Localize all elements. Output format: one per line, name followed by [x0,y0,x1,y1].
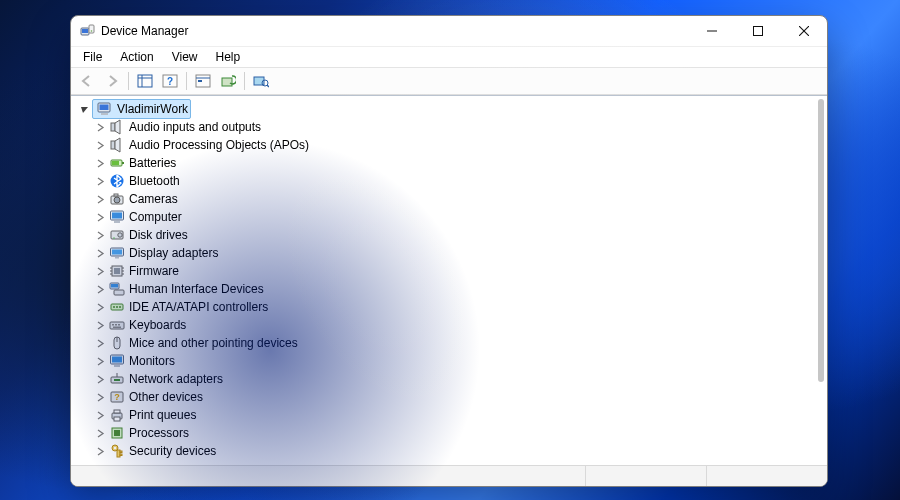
chevron-right-icon[interactable] [93,354,107,368]
forward-button [100,69,124,93]
scrollbar-thumb[interactable] [818,99,824,382]
status-cell [585,466,706,486]
chevron-right-icon[interactable] [93,282,107,296]
chevron-right-icon[interactable] [93,426,107,440]
tree-node[interactable]: Disk drives [75,226,827,244]
tree-node[interactable]: Print queues [75,406,827,424]
svg-point-55 [119,306,121,308]
chevron-right-icon[interactable] [93,390,107,404]
chevron-right-icon[interactable] [93,336,107,350]
svg-rect-1 [82,29,88,33]
svg-point-30 [114,197,120,203]
svg-rect-31 [114,194,118,196]
svg-rect-34 [114,221,120,223]
bluetooth-icon [109,173,125,189]
chevron-right-icon[interactable] [93,318,107,332]
tree-node-label: Audio inputs and outputs [129,118,261,136]
svg-line-19 [267,85,269,87]
tree-node-label: Computer [129,208,182,226]
ide-icon [109,299,125,315]
tree-node[interactable]: ?Other devices [75,388,827,406]
tree-node[interactable]: Firmware [75,262,827,280]
tree-node[interactable]: Bluetooth [75,172,827,190]
update-driver-button[interactable] [216,69,240,93]
tree-node[interactable]: Processors [75,424,827,442]
titlebar[interactable]: Device Manager [71,16,827,46]
firmware-icon [109,263,125,279]
tree-node[interactable]: IDE ATA/ATAPI controllers [75,298,827,316]
svg-rect-24 [111,141,115,149]
tree-node-label: Firmware [129,262,179,280]
chevron-right-icon[interactable] [93,444,107,458]
tree-node-label: Mice and other pointing devices [129,334,298,352]
chevron-right-icon[interactable] [93,246,107,260]
chevron-right-icon[interactable] [93,228,107,242]
svg-text:?: ? [114,392,120,402]
chevron-right-icon[interactable] [93,408,107,422]
tree-node[interactable]: Human Interface Devices [75,280,827,298]
svg-rect-58 [115,324,117,326]
menu-help[interactable]: Help [208,49,249,65]
tree-node[interactable]: Monitors [75,352,827,370]
svg-rect-33 [112,213,122,219]
svg-rect-80 [120,451,122,453]
chevron-right-icon[interactable] [93,138,107,152]
desktop-wallpaper: Device Manager File Action View Help [0,0,900,500]
svg-rect-57 [112,324,114,326]
close-button[interactable] [781,16,827,46]
chevron-right-icon[interactable] [93,210,107,224]
tree-root[interactable]: VladimirWork [75,100,827,118]
computer-icon [97,101,113,117]
status-cell [706,466,827,486]
chevron-down-icon[interactable] [77,102,91,116]
toolbar-separator [244,72,245,90]
tree-node[interactable]: Keyboards [75,316,827,334]
tree-node[interactable]: Computer [75,208,827,226]
tree-node[interactable]: Audio inputs and outputs [75,118,827,136]
svg-rect-51 [114,290,124,295]
chevron-right-icon[interactable] [93,300,107,314]
window-title: Device Manager [101,24,188,38]
minimize-button[interactable] [689,16,735,46]
svg-rect-16 [222,78,232,86]
device-tree[interactable]: VladimirWork Audio inputs and outputsAud… [71,95,827,465]
properties-button[interactable] [191,69,215,93]
svg-rect-23 [111,123,115,131]
tree-node-label: Display adapters [129,244,218,262]
menu-file[interactable]: File [75,49,110,65]
tree-node[interactable]: Network adapters [75,370,827,388]
tree-node[interactable]: Audio Processing Objects (APOs) [75,136,827,154]
tree-node[interactable]: Batteries [75,154,827,172]
tree-node[interactable]: Display adapters [75,244,827,262]
svg-rect-79 [120,454,122,456]
tree-node-label: Cameras [129,190,178,208]
chevron-right-icon[interactable] [93,372,107,386]
chevron-right-icon[interactable] [93,156,107,170]
monitor-icon [109,209,125,225]
svg-point-54 [116,306,118,308]
maximize-button[interactable] [735,16,781,46]
tree-node[interactable]: Security devices [75,442,827,460]
chevron-right-icon[interactable] [93,264,107,278]
svg-rect-27 [112,161,119,165]
tree-node-label: IDE ATA/ATAPI controllers [129,298,268,316]
tree-node-label: Network adapters [129,370,223,388]
tree-node[interactable]: Mice and other pointing devices [75,334,827,352]
chevron-right-icon[interactable] [93,192,107,206]
scrollbar[interactable] [818,99,824,462]
battery-icon [109,155,125,171]
menu-action[interactable]: Action [112,49,161,65]
help-button[interactable]: ? [158,69,182,93]
show-hidden-button[interactable] [133,69,157,93]
menu-view[interactable]: View [164,49,206,65]
scan-hardware-button[interactable] [249,69,273,93]
audio-icon [109,137,125,153]
keyboard-icon [109,317,125,333]
back-button [75,69,99,93]
svg-rect-39 [112,250,122,255]
mouse-icon [109,335,125,351]
app-icon [79,23,95,39]
tree-node[interactable]: Cameras [75,190,827,208]
chevron-right-icon[interactable] [93,120,107,134]
chevron-right-icon[interactable] [93,174,107,188]
